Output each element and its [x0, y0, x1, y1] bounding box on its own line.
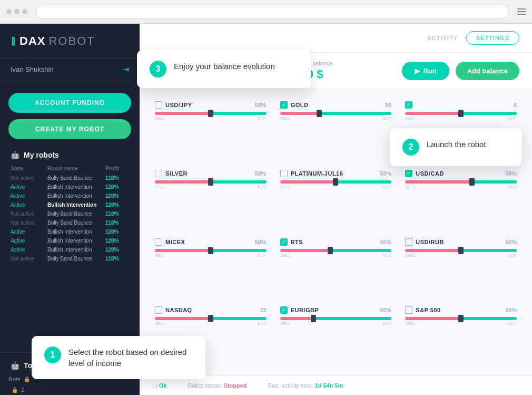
- col-state: State: [11, 166, 47, 171]
- slider-gold[interactable]: SELLBUY: [280, 112, 392, 121]
- tooltip-3: 3 Enjoy your balance evolution: [137, 50, 311, 88]
- checkbox-eurgbp[interactable]: ✓: [280, 306, 288, 314]
- balance-actions: ▶ Run Add balance: [402, 62, 519, 80]
- slider-masked[interactable]: SELLBUY: [405, 112, 517, 121]
- col-profit: Profit: [105, 166, 129, 171]
- checkbox-sp500[interactable]: [405, 306, 412, 314]
- table-row: Not active Bolly Band Bounce 110%: [8, 254, 131, 263]
- tooltip-1-content: 1 Select the robot based on desired leve…: [44, 346, 193, 369]
- step-1-text: Select the robot based on desired level …: [68, 346, 193, 369]
- tooltip-3-content: 3 Enjoy your balance evolution: [150, 61, 298, 78]
- create-robot-button[interactable]: CREATE MY ROBOT: [8, 119, 131, 139]
- activity-link[interactable]: ACTIVITY: [427, 35, 458, 41]
- slider-micex[interactable]: SELLBUY: [155, 249, 267, 258]
- run-label: Run: [423, 67, 436, 75]
- slider-usdjpy[interactable]: SELLBUY: [155, 112, 267, 121]
- slider-platinum[interactable]: SELLBUY: [280, 180, 392, 189]
- browser-dot-1: [6, 9, 12, 14]
- top-bar: ACTIVITY SETTINGS: [140, 24, 532, 53]
- user-name: Ivan Shukshin: [11, 65, 54, 73]
- instrument-silver: SILVER 50% SELLBUY: [148, 164, 273, 233]
- logo: ⫿ DAX ROBOT: [0, 24, 140, 57]
- rec-time-value: 1d 54h 5m: [315, 382, 343, 389]
- browser-menu-icon[interactable]: [517, 8, 526, 15]
- instrument-sp500: S&P 500 50% SELLBUY: [398, 301, 524, 369]
- logout-icon[interactable]: ⇥: [122, 64, 129, 74]
- tooltip-1: 1 Select the robot based on desired leve…: [32, 336, 205, 379]
- checkbox-usdcad[interactable]: ✓: [405, 170, 412, 177]
- browser-dot-3: [22, 9, 27, 14]
- logo-robot: ROBOT: [48, 34, 95, 48]
- robots-table-header: State Robot name Profit: [8, 163, 131, 174]
- checkbox-usdjpy[interactable]: [155, 101, 162, 109]
- my-robots-title: 🤖 My robots: [0, 142, 140, 163]
- step-2-circle: 2: [402, 139, 419, 156]
- slider-usdcad[interactable]: SELLBUY: [405, 180, 517, 189]
- lock-icon-1: 🔒: [24, 377, 30, 382]
- user-row: Ivan Shukshin ⇥: [0, 57, 140, 81]
- tools-row-2: 🔒 2: [0, 384, 140, 395]
- checkbox-platinum[interactable]: [280, 170, 288, 177]
- instrument-usdjpy: USD/JPY 50% SELLBUY: [148, 95, 273, 164]
- robot-status: Robot status: Stopped: [188, 382, 247, 389]
- checkbox-nasdaq[interactable]: [155, 306, 162, 314]
- add-balance-button[interactable]: Add balance: [456, 62, 519, 80]
- table-row: Active Bullish Intervention 120%: [8, 191, 131, 200]
- browser-dot-2: [14, 9, 19, 14]
- step-3-circle: 3: [150, 61, 166, 78]
- table-row: Active Bullish Intervention 120%: [8, 200, 131, 209]
- slider-usdrub[interactable]: SELLBUY: [405, 249, 517, 258]
- tools-label: To: [24, 361, 32, 370]
- table-row: Active Bullish Intervention 120%: [8, 182, 131, 191]
- step-3-text: Enjoy your balance evolution: [174, 61, 275, 72]
- table-row: Active Bullish Intervention 120%: [8, 245, 131, 254]
- status-ok: : : Ok: [152, 382, 167, 389]
- instrument-eurgbp: ✓ EUR/GBP 50% SELLBUY: [273, 301, 399, 369]
- browser-chrome: [0, 0, 532, 24]
- instrument-usdrub: USD/RUB 50% SELLBUY: [398, 233, 524, 301]
- rate-label: Rate: [8, 376, 21, 382]
- run-play-icon: ▶: [415, 67, 420, 75]
- slider-rts[interactable]: SELLBUY: [280, 249, 392, 258]
- instrument-gold: ✓ GOLD 50 SELLBUY: [273, 95, 399, 164]
- checkbox-rts[interactable]: ✓: [280, 238, 288, 246]
- table-row: Not active Bolly Band Bounce 110%: [8, 218, 131, 227]
- app-container: ⫿ DAX ROBOT Ivan Shukshin ⇥ ACCOUNT FUND…: [0, 24, 532, 395]
- table-row: Not active Bolly Band Bounce 110%: [8, 209, 131, 218]
- account-funding-button[interactable]: ACCOUNT FUNDING: [8, 93, 131, 113]
- step-1-circle: 1: [44, 346, 61, 363]
- table-row: Active Bullish Intervention 120%: [8, 227, 131, 236]
- my-robots-label: My robots: [24, 151, 59, 159]
- checkbox-masked[interactable]: ✓: [405, 101, 412, 109]
- tooltip-2-content: 2 Launch the robot: [402, 139, 509, 156]
- table-row: Not active Bolly Band Bounce 110%: [8, 174, 131, 182]
- instrument-usdcad: ✓ USD/CAD 50% SELLBUY: [398, 164, 524, 233]
- tools-icon: 🤖: [11, 361, 19, 370]
- run-button[interactable]: ▶ Run: [402, 62, 449, 80]
- checkbox-silver[interactable]: [155, 170, 162, 177]
- instrument-platinum: PLATINUM-JUL16 50% SELLBUY: [273, 164, 399, 233]
- robots-table: State Robot name Profit Not active Bolly…: [0, 163, 140, 263]
- lock-icon-2: 🔒: [12, 387, 18, 393]
- step-2-text: Launch the robot: [427, 139, 486, 150]
- col-name: Robot name: [47, 166, 105, 171]
- slider-silver[interactable]: SELLBUY: [155, 180, 267, 189]
- table-row: Active Bullish Intervention 120%: [8, 236, 131, 245]
- settings-button[interactable]: SETTINGS: [466, 31, 519, 45]
- my-robots-icon: 🤖: [11, 151, 19, 159]
- browser-dots: [6, 9, 27, 14]
- slider-nasdaq[interactable]: SELLBUY: [155, 317, 267, 326]
- instrument-micex: MICEX 50% SELLBUY: [148, 233, 273, 301]
- instrument-rts: ✓ RTS 50% SELLBUY: [273, 233, 399, 301]
- tooltip-2: 2 Launch the robot: [390, 128, 521, 166]
- checkbox-micex[interactable]: [155, 238, 162, 246]
- slider-eurgbp[interactable]: SELLBUY: [280, 317, 392, 326]
- rec-activity-time: Rec. activity time: 1d 54h 5m: [268, 382, 343, 389]
- checkbox-gold[interactable]: ✓: [280, 101, 288, 109]
- logo-icon: ⫿: [11, 34, 16, 48]
- robot-status-value: Stopped: [223, 382, 247, 389]
- slider-sp500[interactable]: SELLBUY: [405, 317, 517, 326]
- logo-dax: DAX: [19, 34, 45, 48]
- address-bar[interactable]: [36, 5, 509, 18]
- checkbox-usdrub[interactable]: [405, 238, 412, 246]
